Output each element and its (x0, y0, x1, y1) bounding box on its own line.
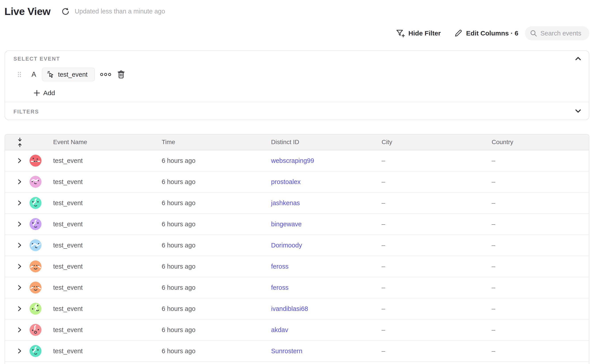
cell-country: – (492, 263, 495, 270)
cell-event-name: test_event (53, 348, 83, 355)
collapse-select-event-button[interactable] (574, 56, 582, 62)
expand-row-button[interactable] (18, 264, 23, 269)
cell-distinct-id-link[interactable]: Sunrostern (271, 348, 303, 355)
table-row: test_event 6 hours ago Dorimoody – – (5, 235, 589, 256)
cell-time: 6 hours ago (162, 199, 195, 207)
filter-plus-icon (396, 28, 405, 38)
hide-filter-button[interactable]: Hide Filter (396, 28, 441, 38)
expand-row-button[interactable] (18, 306, 23, 311)
table-body: test_event 6 hours ago webscraping99 – –… (5, 150, 589, 362)
cell-event-name: test_event (53, 263, 83, 270)
table-row: test_event 6 hours ago feross – – (5, 277, 589, 298)
selected-event-name: test_event (58, 71, 88, 78)
cell-event-name: test_event (53, 199, 83, 207)
cell-event-name: test_event (53, 221, 83, 228)
page-header: Live View Updated less than a minute ago (4, 5, 165, 17)
table-row: test_event 6 hours ago jashkenas – – (5, 193, 589, 214)
table-row: test_event 6 hours ago feross – – (5, 256, 589, 277)
cell-country: – (492, 242, 495, 249)
expand-row-button[interactable] (18, 221, 23, 227)
refresh-button[interactable] (61, 7, 70, 16)
cell-time: 6 hours ago (162, 284, 195, 291)
user-avatar (29, 282, 41, 294)
cell-country: – (492, 326, 495, 334)
more-options-button[interactable] (100, 73, 111, 77)
cell-city: – (382, 305, 385, 312)
user-avatar (29, 324, 41, 336)
cell-country: – (492, 348, 495, 355)
live-view-page: Live View Updated less than a minute ago… (0, 0, 607, 364)
query-panel: SELECT EVENT A (5, 51, 589, 120)
table-row: test_event 6 hours ago bingewave – – (5, 214, 589, 235)
plus-icon (33, 90, 40, 96)
cell-time: 6 hours ago (162, 157, 195, 164)
cell-event-name: test_event (53, 178, 83, 185)
table-row: test_event 6 hours ago akdav – – (5, 320, 589, 341)
column-header-distinct-id[interactable]: Distinct ID (271, 134, 299, 150)
cell-distinct-id-link[interactable]: jashkenas (271, 199, 300, 207)
expand-row-button[interactable] (18, 285, 23, 290)
cell-country: – (492, 178, 495, 185)
cell-event-name: test_event (53, 157, 83, 164)
table-row: test_event 6 hours ago prostoalex – – (5, 171, 589, 193)
cell-distinct-id-link[interactable]: prostoalex (271, 178, 301, 185)
column-header-country[interactable]: Country (492, 134, 513, 150)
cell-time: 6 hours ago (162, 221, 195, 228)
cell-country: – (492, 305, 495, 312)
drag-handle-icon[interactable] (17, 69, 21, 79)
edit-columns-label: Edit Columns · 6 (466, 29, 518, 37)
select-event-section-label: SELECT EVENT (14, 56, 60, 62)
cell-city: – (382, 157, 385, 164)
cell-distinct-id-link[interactable]: feross (271, 263, 289, 270)
expand-row-button[interactable] (18, 243, 23, 248)
pencil-icon (454, 29, 463, 38)
user-avatar (29, 155, 41, 167)
event-selector-button[interactable]: test_event (42, 68, 95, 81)
collapse-rows-icon[interactable] (16, 137, 23, 147)
cell-city: – (382, 199, 385, 207)
cell-distinct-id-link[interactable]: ivandiblasi68 (271, 305, 308, 312)
cell-country: – (492, 199, 495, 207)
cell-event-name: test_event (53, 284, 83, 291)
expand-row-button[interactable] (18, 327, 23, 333)
search-events-input[interactable] (540, 30, 584, 37)
table-row: test_event 6 hours ago webscraping99 – – (5, 150, 589, 171)
cell-distinct-id-link[interactable]: akdav (271, 326, 288, 334)
cell-city: – (382, 326, 385, 334)
cell-event-name: test_event (53, 305, 83, 312)
search-icon (530, 29, 537, 37)
user-avatar (29, 218, 41, 230)
column-header-time[interactable]: Time (162, 134, 175, 150)
column-header-event-name[interactable]: Event Name (53, 134, 87, 150)
user-avatar (29, 176, 41, 188)
user-avatar (29, 345, 41, 357)
cell-city: – (382, 348, 385, 355)
cell-distinct-id-link[interactable]: bingewave (271, 221, 302, 228)
edit-columns-button[interactable]: Edit Columns · 6 (454, 29, 518, 38)
cell-distinct-id-link[interactable]: feross (271, 284, 289, 291)
cell-event-name: test_event (53, 326, 83, 334)
cell-city: – (382, 263, 385, 270)
table-row: test_event 6 hours ago ivandiblasi68 – – (5, 298, 589, 320)
cell-distinct-id-link[interactable]: Dorimoody (271, 242, 302, 249)
user-avatar (29, 303, 41, 315)
expand-row-button[interactable] (18, 179, 23, 184)
expand-filters-button[interactable] (574, 108, 582, 114)
column-header-city[interactable]: City (382, 134, 392, 150)
search-events-box[interactable] (525, 26, 589, 40)
table-header-row: Event Name Time Distinct ID City Country (5, 134, 589, 150)
cell-city: – (382, 242, 385, 249)
expand-row-button[interactable] (18, 348, 23, 354)
expand-row-button[interactable] (18, 200, 23, 206)
cursor-click-icon (47, 70, 55, 78)
cell-city: – (382, 178, 385, 185)
delete-event-button[interactable] (117, 70, 125, 79)
user-avatar (29, 260, 41, 272)
cell-country: – (492, 157, 495, 164)
panel-divider (5, 102, 589, 102)
event-clause-row: A test_event (5, 67, 589, 82)
cell-city: – (382, 221, 385, 228)
add-event-button[interactable]: Add (33, 88, 55, 98)
expand-row-button[interactable] (18, 158, 23, 163)
cell-distinct-id-link[interactable]: webscraping99 (271, 157, 314, 164)
